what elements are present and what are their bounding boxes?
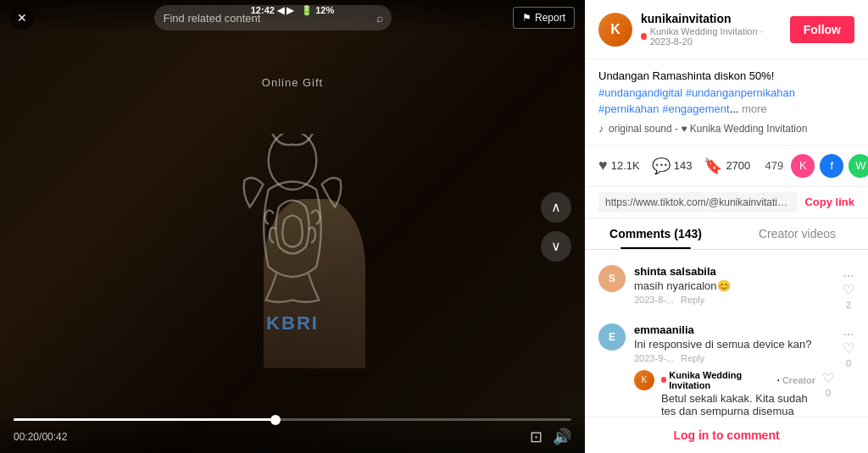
comment-text: Ini responsive di semua device kan?: [634, 338, 834, 351]
bookmarks-stat[interactable]: 🔖 2700: [704, 157, 750, 175]
close-button[interactable]: ✕: [10, 6, 34, 30]
login-bar: Log in to comment: [585, 417, 868, 453]
like-count: 0: [826, 388, 831, 398]
creator-badge: Kunika Wedding Invitation · Creator: [661, 370, 815, 390]
creator-dot: [661, 377, 666, 383]
reply-button[interactable]: Reply: [681, 295, 704, 305]
url-text: https://www.tiktok.com/@kunikainvitation…: [598, 192, 798, 213]
facebook-icon[interactable]: f: [820, 154, 843, 178]
reply-item: K Kunika Wedding Invitation · Creator Be…: [634, 363, 834, 417]
comment-avatar: S: [598, 265, 626, 292]
right-panel: K kunikainvitation Kunika Wedding Invita…: [585, 0, 868, 453]
comment-text: masih nyaricalon😊: [634, 279, 834, 292]
volume-icon[interactable]: 🔊: [553, 428, 571, 446]
hashtag-3[interactable]: #pernikahan: [598, 102, 662, 115]
share-icons-group: 479 K f W t ➤: [762, 154, 868, 178]
reply-avatar: K: [634, 370, 654, 390]
comment-body: shinta salsabila masih nyaricalon😊 2023-…: [634, 265, 834, 305]
verified-dot: [641, 33, 647, 40]
login-link[interactable]: Log in to comment: [673, 428, 779, 442]
avatar: K: [598, 13, 632, 47]
whatsapp-icon[interactable]: W: [849, 154, 868, 178]
bri-logo: KBRI: [266, 312, 319, 334]
people-figure: [264, 199, 365, 368]
comment-icon: 💬: [652, 157, 670, 175]
nav-up-arrow[interactable]: ∧: [541, 192, 571, 223]
profile-header: K kunikainvitation Kunika Wedding Invita…: [585, 0, 868, 59]
search-icon: ⌕: [376, 11, 383, 25]
more-options-button[interactable]: ...: [843, 323, 854, 339]
profile-info: kunikainvitation Kunika Wedding Invitati…: [641, 12, 782, 47]
comment-avatar: E: [598, 323, 626, 351]
time-display: 00:20/00:42: [14, 431, 67, 443]
heart-icon[interactable]: ♡: [822, 370, 834, 386]
reply-body: Kunika Wedding Invitation · Creator Betu…: [661, 370, 815, 417]
tabs-row: Comments (143) Creator videos: [585, 218, 868, 250]
online-gift-label: Online Gift: [262, 76, 323, 89]
hashtag-4[interactable]: #engagement: [662, 102, 730, 115]
heart-icon[interactable]: ♡: [843, 340, 854, 356]
share-count-badge: 479: [762, 154, 786, 178]
comment-item: S shinta salsabila masih nyaricalon😊 202…: [585, 258, 868, 317]
comment-username: emmaanilia: [634, 323, 834, 336]
ellipsis: ...: [730, 102, 742, 115]
progress-thumb: [270, 415, 281, 425]
like-icon: ♥: [598, 157, 608, 174]
search-input[interactable]: [163, 12, 371, 25]
music-note: ♪: [598, 121, 604, 136]
description-main-text: Undangan Ramashinta diskon 50%!: [598, 69, 774, 82]
more-options-button[interactable]: ...: [843, 265, 854, 280]
control-icons: ⊡ 🔊: [530, 428, 571, 446]
like-count: 2: [846, 300, 851, 310]
comments-section: S shinta salsabila masih nyaricalon😊 202…: [585, 250, 868, 417]
copy-link-button[interactable]: Copy link: [804, 196, 854, 208]
comment-username: shinta salsabila: [634, 265, 834, 278]
reply-username: Kunika Wedding Invitation · Creator: [661, 370, 815, 390]
report-flag-icon: ⚑: [522, 12, 531, 24]
follow-button[interactable]: Follow: [790, 16, 854, 43]
comments-count: 143: [674, 159, 693, 172]
search-bar[interactable]: ⌕: [154, 5, 392, 30]
avatar-inner: K: [598, 13, 632, 47]
reply-button[interactable]: Reply: [681, 353, 704, 363]
more-button[interactable]: more: [742, 102, 767, 115]
bookmark-icon: 🔖: [704, 157, 722, 175]
tab-comments[interactable]: Comments (143): [585, 218, 726, 249]
likes-stat[interactable]: ♥ 12.1K: [598, 157, 640, 174]
kunika-share-icon[interactable]: K: [791, 154, 815, 178]
progress-fill: [14, 418, 275, 421]
description-section: Undangan Ramashinta diskon 50%! #undanga…: [585, 59, 868, 146]
reply-text: Betul sekali kakak. Kita sudah tes dan s…: [661, 392, 815, 417]
profile-meta: Kunika Wedding Invitation · 2023-8-20: [641, 26, 782, 47]
music-text: original sound - ♥ Kunika Wedding Invita…: [609, 121, 807, 136]
like-count: 0: [846, 358, 851, 368]
tab-creator-videos[interactable]: Creator videos: [726, 218, 868, 249]
comments-stat[interactable]: 💬 143: [652, 157, 693, 175]
hashtag-1[interactable]: #undangandigital: [598, 86, 686, 99]
profile-username[interactable]: kunikainvitation: [641, 12, 782, 25]
reply-actions: ♡ 0: [822, 370, 834, 398]
hashtag-2[interactable]: #undanganpernikahan: [686, 86, 795, 99]
stats-row: ♥ 12.1K 💬 143 🔖 2700 479 K f W t ➤: [585, 146, 868, 187]
top-bar: ✕ 12:42 ◀ ▶ 🔋 12% ⌕ ⚑ Report: [0, 0, 585, 36]
progress-bar-container: 00:20/00:42 ⊡ 🔊: [0, 412, 585, 453]
video-background: Online Gift KBRI: [0, 0, 585, 453]
url-row: https://www.tiktok.com/@kunikainvitation…: [585, 187, 868, 218]
comment-actions: ... ♡ 0: [843, 323, 854, 368]
comment-actions: ... ♡ 2: [843, 265, 854, 310]
comment-body: emmaanilia Ini responsive di semua devic…: [634, 323, 834, 417]
nav-down-arrow[interactable]: ∨: [541, 231, 571, 262]
caption-icon[interactable]: ⊡: [530, 428, 542, 446]
progress-track[interactable]: [14, 418, 571, 421]
comment-meta: 2023-9-... Reply: [634, 353, 834, 363]
report-button[interactable]: ⚑ Report: [513, 7, 575, 29]
comment-item: E emmaanilia Ini responsive di semua dev…: [585, 317, 868, 417]
likes-count: 12.1K: [611, 159, 640, 172]
video-panel: Online Gift KBRI ✕ 12:42 ◀ ▶ 🔋 12% ⌕ ⚑ R…: [0, 0, 585, 453]
comment-meta: 2023-8-... Reply: [634, 295, 834, 305]
controls-row: 00:20/00:42 ⊡ 🔊: [14, 428, 571, 446]
navigation-arrows: ∧ ∨: [541, 192, 571, 262]
bookmarks-count: 2700: [726, 159, 750, 172]
music-line: ♪ original sound - ♥ Kunika Wedding Invi…: [598, 121, 854, 136]
heart-icon[interactable]: ♡: [843, 282, 854, 298]
